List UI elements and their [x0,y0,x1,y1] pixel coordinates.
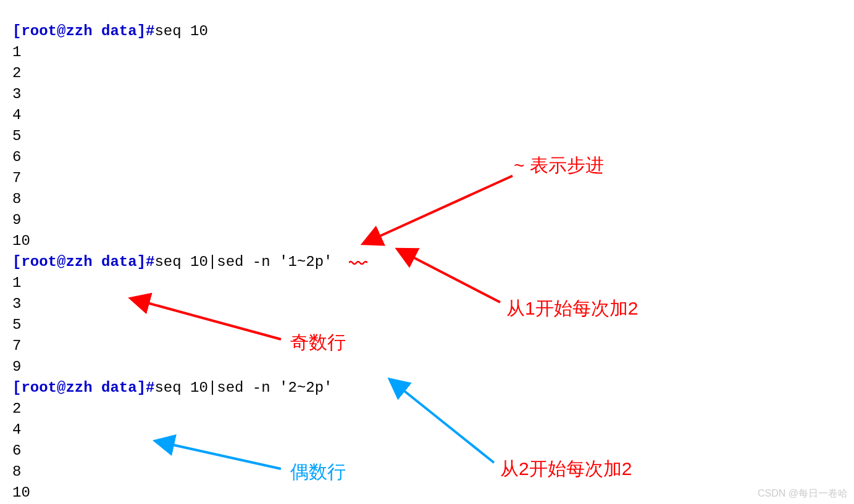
output-line: 1 [12,275,21,291]
output-line: 2 [12,65,21,81]
output-line: 3 [12,86,21,102]
squiggle-underline [349,260,367,265]
annotation-even: 偶数行 [290,460,346,485]
output-line: 8 [12,191,21,207]
output-line: 8 [12,463,21,480]
annotation-step: ~ 表示步进 [514,153,604,178]
output-line: 1 [12,44,21,60]
annotation-from1: 从1开始每次加2 [506,296,638,321]
watermark: CSDN @每日一卷哈 [758,487,848,500]
output-line: 4 [12,421,21,438]
prompt: [root@zzh data]# [12,23,154,39]
output-line: 5 [12,128,21,144]
annotation-odd: 奇数行 [290,330,346,355]
command-1: seq 10 [154,23,207,39]
terminal-output: [root@zzh data]#seq 10 1 2 3 4 5 6 7 8 9… [12,0,332,503]
prompt: [root@zzh data]# [12,379,154,396]
output-line: 3 [12,295,21,312]
output-line: 9 [12,358,21,375]
output-line: 6 [12,149,21,165]
output-line: 9 [12,212,21,228]
prompt: [root@zzh data]# [12,254,154,270]
output-line: 5 [12,316,21,333]
output-line: 10 [12,233,30,249]
output-line: 4 [12,107,21,123]
annotation-from2: 从2开始每次加2 [500,456,632,482]
svg-line-1 [411,256,500,302]
command-3: seq 10|sed -n '2~2p' [154,379,332,396]
output-line: 7 [12,337,21,354]
command-2: seq 10|sed -n '1~2p' [154,254,332,270]
output-line: 10 [12,484,30,501]
output-line: 2 [12,400,21,417]
output-line: 6 [12,442,21,459]
output-line: 7 [12,170,21,186]
svg-line-0 [377,176,513,238]
svg-line-3 [401,389,494,463]
